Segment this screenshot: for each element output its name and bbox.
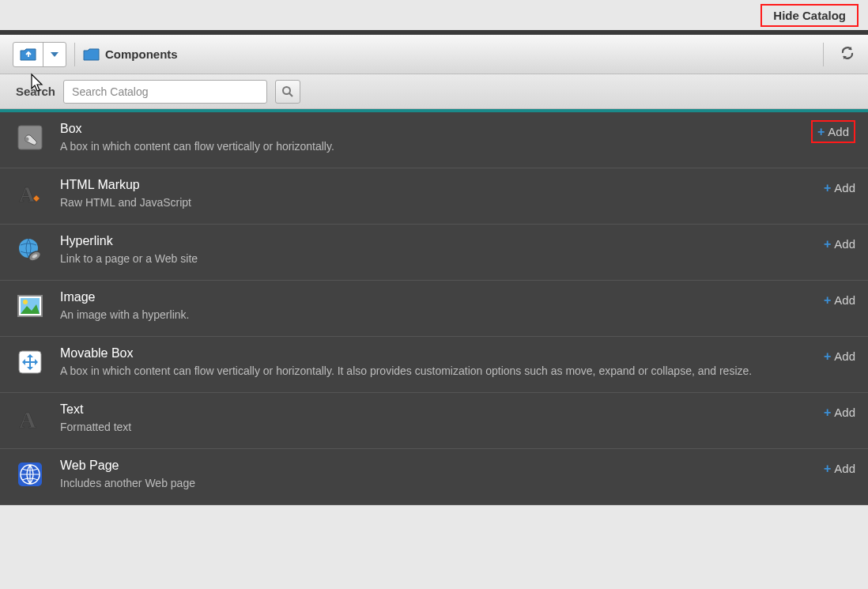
search-bar: Search <box>0 74 868 109</box>
add-button[interactable]: +Add <box>824 346 855 363</box>
toolbar: Components <box>0 35 868 74</box>
catalog-item-desc: A box in which content can flow vertical… <box>60 364 811 379</box>
breadcrumb[interactable]: Components <box>83 47 178 62</box>
search-button[interactable] <box>275 80 300 104</box>
move-arrows-icon <box>16 346 47 379</box>
catalog-item-title: Hyperlink <box>60 234 811 248</box>
divider <box>823 43 824 66</box>
search-icon <box>281 85 294 98</box>
catalog-item: ATextFormatted text+Add <box>0 393 868 449</box>
catalog-item-desc: Link to a page or a Web site <box>60 251 811 267</box>
plus-icon: + <box>824 463 831 475</box>
svg-line-1 <box>289 93 292 96</box>
globe-grid-icon <box>16 459 47 492</box>
hide-catalog-button[interactable]: Hide Catalog <box>760 4 859 27</box>
plus-icon: + <box>824 350 831 363</box>
plus-icon: + <box>817 126 825 138</box>
picture-icon <box>16 290 47 323</box>
catalog-item-title: Box <box>60 122 798 136</box>
breadcrumb-label: Components <box>105 47 178 61</box>
plus-icon: + <box>824 294 831 307</box>
refresh-button[interactable] <box>840 45 855 64</box>
catalog-item: Web PageIncludes another Web page+Add <box>0 449 868 505</box>
catalog-item-title: Web Page <box>60 459 811 473</box>
add-label: Add <box>834 181 855 194</box>
text-a-icon: A <box>16 402 47 436</box>
catalog-item-text: HTML MarkupRaw HTML and JavaScript <box>60 178 811 211</box>
divider <box>74 43 75 66</box>
add-button[interactable]: +Add <box>824 402 855 419</box>
catalog-item-desc: Includes another Web page <box>60 476 811 492</box>
box-wrench-icon <box>16 122 47 155</box>
refresh-icon <box>840 45 855 61</box>
catalog-item: Movable BoxA box in which content can fl… <box>0 337 868 393</box>
add-button[interactable]: +Add <box>824 459 855 475</box>
catalog-item-title: HTML Markup <box>60 178 811 192</box>
add-label: Add <box>834 462 855 475</box>
svg-point-10 <box>23 300 28 304</box>
catalog-item: ImageAn image with a hyperlink.+Add <box>0 281 868 337</box>
catalog-item-text: Web PageIncludes another Web page <box>60 459 811 492</box>
chevron-down-icon <box>51 52 58 57</box>
folder-icon <box>83 47 100 62</box>
catalog-item: AHTML MarkupRaw HTML and JavaScript+Add <box>0 168 868 225</box>
add-button[interactable]: +Add <box>824 290 855 307</box>
svg-text:A: A <box>19 406 36 432</box>
plus-icon: + <box>824 406 831 419</box>
catalog-item-desc: Raw HTML and JavaScript <box>60 195 811 211</box>
plus-icon: + <box>824 182 831 194</box>
nav-dropdown-button[interactable] <box>43 43 66 66</box>
catalog-item-desc: Formatted text <box>60 420 811 436</box>
catalog-item-desc: An image with a hyperlink. <box>60 308 811 323</box>
top-bar: Hide Catalog <box>0 0 868 30</box>
html-a-icon: A <box>16 178 47 211</box>
catalog-item-title: Text <box>60 402 811 417</box>
catalog-item-desc: A box in which content can flow vertical… <box>60 139 798 155</box>
add-label: Add <box>834 237 855 251</box>
svg-text:A: A <box>19 182 36 206</box>
globe-link-icon <box>16 234 47 267</box>
catalog-item-text: TextFormatted text <box>60 402 811 436</box>
catalog-item-text: ImageAn image with a hyperlink. <box>60 290 811 323</box>
add-label: Add <box>834 406 855 419</box>
search-input[interactable] <box>63 80 267 104</box>
catalog-item: BoxA box in which content can flow verti… <box>0 112 868 168</box>
add-button[interactable]: +Add <box>811 120 855 143</box>
add-button[interactable]: +Add <box>824 234 855 251</box>
catalog-list: BoxA box in which content can flow verti… <box>0 112 868 505</box>
catalog-item-text: BoxA box in which content can flow verti… <box>60 122 798 155</box>
add-label: Add <box>834 349 855 363</box>
catalog-item: HyperlinkLink to a page or a Web site+Ad… <box>0 225 868 281</box>
add-label: Add <box>834 293 855 307</box>
svg-point-3 <box>25 138 29 142</box>
svg-point-0 <box>283 87 290 94</box>
nav-split-button[interactable] <box>13 42 66 67</box>
nav-up-button[interactable] <box>13 43 43 66</box>
catalog-item-text: Movable BoxA box in which content can fl… <box>60 346 811 379</box>
search-label: Search <box>16 85 55 98</box>
catalog-item-text: HyperlinkLink to a page or a Web site <box>60 234 811 267</box>
catalog-item-title: Movable Box <box>60 346 811 361</box>
catalog-item-title: Image <box>60 290 811 304</box>
add-button[interactable]: +Add <box>824 178 855 194</box>
plus-icon: + <box>824 238 831 251</box>
folder-up-icon <box>20 47 37 62</box>
add-label: Add <box>828 125 849 138</box>
